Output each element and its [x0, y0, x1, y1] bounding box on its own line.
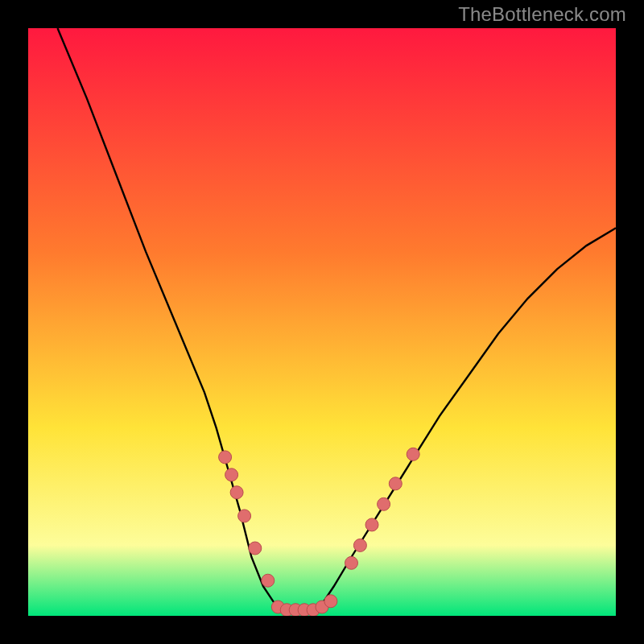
data-dot-right: [345, 556, 358, 569]
plot-area: [28, 28, 616, 616]
data-dot-right: [353, 539, 366, 551]
outer-frame: TheBottleneck.com: [0, 0, 644, 644]
data-dot-right: [407, 448, 419, 460]
data-dot-left: [230, 486, 243, 499]
data-dot-left: [225, 469, 238, 481]
data-dot-right: [389, 477, 402, 490]
data-dot-bottom: [324, 595, 337, 608]
data-dot-left: [238, 510, 251, 522]
data-dot-right: [378, 497, 390, 510]
gradient-background: [28, 28, 616, 616]
data-dot-right: [365, 518, 378, 531]
data-dot-left: [262, 574, 275, 587]
watermark-text: TheBottleneck.com: [458, 3, 626, 26]
data-dot-left: [249, 542, 262, 555]
chart-svg: [28, 28, 616, 616]
data-dot-left: [219, 451, 232, 464]
